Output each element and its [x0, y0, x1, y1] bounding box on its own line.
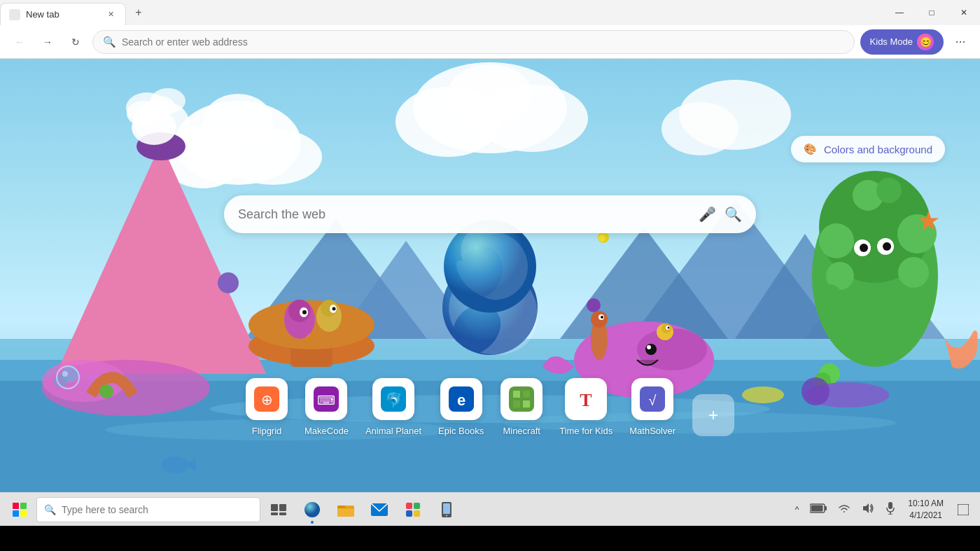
- makecode-icon: ⌨: [305, 378, 347, 420]
- svg-point-110: [304, 502, 320, 517]
- kids-avatar: 😊: [917, 34, 934, 50]
- back-button[interactable]: ←: [8, 31, 31, 53]
- close-button[interactable]: ✕: [948, 0, 980, 25]
- phone-icon: [442, 502, 451, 517]
- mail-icon: [371, 503, 388, 516]
- epic-books-icon: e: [440, 378, 482, 420]
- epic-books-label: Epic Books: [438, 426, 484, 436]
- svg-rect-112: [337, 507, 354, 517]
- svg-rect-116: [414, 503, 420, 509]
- svg-rect-108: [271, 512, 278, 515]
- volume-indicator: [862, 503, 874, 514]
- quick-links-container: ⊕ Flipgrid ⌨ MakeCode 🐬 Animal Planet e …: [246, 378, 734, 436]
- notification-button[interactable]: [952, 498, 974, 521]
- svg-rect-98: [513, 391, 520, 398]
- taskbar-search[interactable]: 🔍: [36, 497, 260, 522]
- svg-text:⌨: ⌨: [317, 393, 335, 407]
- svg-rect-115: [406, 503, 412, 509]
- volume-icon[interactable]: [858, 500, 878, 519]
- microphone-icon[interactable]: 🎤: [699, 206, 716, 223]
- search-submit-icon[interactable]: 🔍: [724, 206, 742, 223]
- quick-link-mathsolver[interactable]: √ MathSolver: [629, 378, 676, 436]
- taskbar-file-explorer-button[interactable]: [330, 494, 361, 525]
- animal-planet-icon: 🐬: [372, 378, 414, 420]
- svg-rect-107: [279, 504, 286, 511]
- address-bar[interactable]: 🔍: [92, 30, 855, 54]
- title-bar: New tab ✕ + — □ ✕: [0, 0, 980, 25]
- taskbar: 🔍: [0, 492, 980, 526]
- main-content: 🎤 🔍 🎨 Colors and background ⊕ Flipgrid ⌨…: [0, 59, 980, 492]
- wifi-indicator: [838, 503, 850, 513]
- clock-date: 4/1/2021: [908, 510, 944, 522]
- mic-indicator: [886, 502, 895, 515]
- show-hidden-icons-button[interactable]: ^: [791, 502, 804, 517]
- battery-icon[interactable]: [806, 501, 831, 518]
- quick-link-makecode[interactable]: ⌨ MakeCode: [304, 378, 349, 436]
- quick-link-minecraft[interactable]: Minecraft: [500, 378, 542, 436]
- wifi-icon[interactable]: [834, 501, 855, 518]
- taskbar-search-input[interactable]: [62, 504, 237, 515]
- taskbar-edge-button[interactable]: [297, 494, 328, 525]
- kids-mode-button[interactable]: Kids Mode 😊: [860, 29, 944, 55]
- taskbar-task-view-button[interactable]: [263, 494, 294, 525]
- refresh-button[interactable]: ↻: [64, 31, 87, 53]
- flipgrid-icon: ⊕: [246, 378, 288, 420]
- svg-rect-118: [414, 510, 420, 517]
- svg-rect-117: [406, 510, 412, 517]
- time-for-kids-label: Time for Kids: [559, 426, 612, 436]
- taskbar-mail-button[interactable]: [364, 494, 395, 525]
- svg-text:⊕: ⊕: [261, 392, 273, 407]
- svg-rect-100: [513, 400, 520, 407]
- palette-icon: 🎨: [804, 143, 817, 155]
- time-for-kids-icon: T: [565, 378, 607, 420]
- notification-icon: [958, 504, 969, 515]
- quick-link-flipgrid[interactable]: ⊕ Flipgrid: [246, 378, 288, 436]
- system-tray: ^: [791, 495, 974, 524]
- taskbar-phone-button[interactable]: [431, 494, 462, 525]
- tab-close-button[interactable]: ✕: [104, 8, 117, 21]
- svg-rect-99: [523, 391, 530, 398]
- tab-strip: New tab ✕ +: [0, 0, 883, 25]
- taskbar-store-button[interactable]: [398, 494, 428, 525]
- minimize-button[interactable]: —: [883, 0, 916, 25]
- tab-favicon: [9, 9, 20, 20]
- kids-mode-label: Kids Mode: [870, 36, 913, 47]
- search-icon: 🔍: [103, 36, 116, 48]
- svg-rect-124: [811, 505, 823, 512]
- window-controls: — □ ✕: [883, 0, 980, 25]
- colors-and-background-button[interactable]: 🎨 Colors and background: [791, 136, 945, 162]
- quick-link-time-for-kids[interactable]: T Time for Kids: [559, 378, 612, 436]
- forward-button[interactable]: →: [36, 31, 59, 53]
- address-input[interactable]: [122, 36, 844, 48]
- svg-point-121: [446, 515, 447, 516]
- makecode-label: MakeCode: [304, 426, 349, 436]
- store-icon: [405, 502, 421, 517]
- search-input[interactable]: [238, 207, 690, 222]
- active-tab[interactable]: New tab ✕: [0, 3, 126, 25]
- svg-marker-125: [863, 503, 869, 513]
- maximize-button[interactable]: □: [916, 0, 948, 25]
- microphone-status-icon[interactable]: [881, 499, 899, 519]
- clock-time: 10:10 AM: [908, 498, 944, 510]
- svg-rect-123: [825, 506, 827, 510]
- new-tab-button[interactable]: +: [129, 3, 148, 22]
- add-quick-link-button[interactable]: +: [692, 394, 734, 436]
- navigation-bar: ← → ↻ 🔍 Kids Mode 😊 ···: [0, 25, 980, 59]
- flipgrid-label: Flipgrid: [252, 426, 282, 436]
- windows-logo-icon: [13, 503, 27, 517]
- quick-link-epic-books[interactable]: e Epic Books: [438, 378, 484, 436]
- minecraft-label: Minecraft: [503, 426, 540, 436]
- mathsolver-label: MathSolver: [629, 426, 676, 436]
- svg-rect-109: [279, 512, 286, 515]
- svg-rect-129: [958, 504, 969, 515]
- system-clock[interactable]: 10:10 AM 4/1/2021: [902, 495, 949, 524]
- colors-bg-label: Colors and background: [824, 144, 932, 155]
- search-box[interactable]: 🎤 🔍: [224, 195, 756, 233]
- settings-menu-button[interactable]: ···: [949, 31, 972, 53]
- svg-text:🐬: 🐬: [384, 391, 402, 408]
- quick-link-animal-planet[interactable]: 🐬 Animal Planet: [365, 378, 421, 436]
- task-view-icon: [271, 504, 286, 515]
- svg-rect-106: [271, 504, 278, 511]
- start-button[interactable]: [6, 496, 34, 524]
- svg-text:√: √: [649, 393, 657, 408]
